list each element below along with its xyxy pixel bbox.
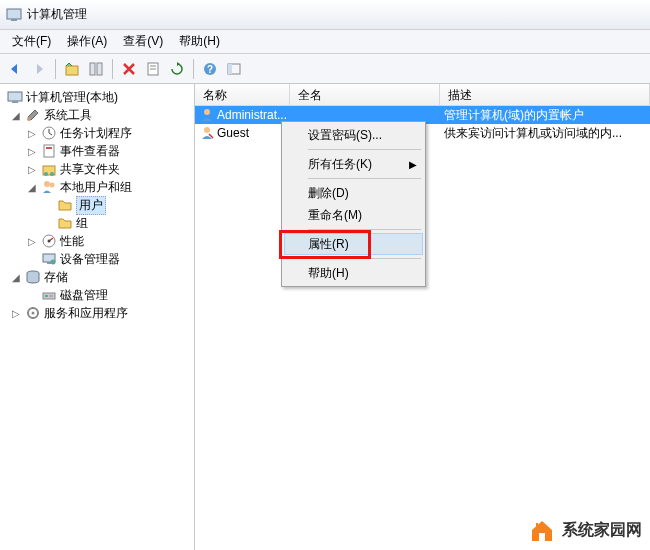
svg-point-19 — [44, 172, 48, 176]
event-icon — [41, 143, 57, 159]
svg-rect-13 — [12, 101, 18, 103]
ctx-delete[interactable]: 删除(D) — [284, 182, 423, 204]
tools-icon — [25, 107, 41, 123]
svg-rect-3 — [90, 63, 95, 75]
tree-storage[interactable]: ◢ 存储 — [0, 268, 194, 286]
cell-desc: 管理计算机(域)的内置帐户 — [440, 107, 650, 124]
tree-root[interactable]: 计算机管理(本地) — [0, 88, 194, 106]
toolbar-separator — [193, 59, 194, 79]
up-button[interactable] — [61, 58, 83, 80]
expand-icon[interactable]: ▷ — [10, 308, 22, 319]
ctx-properties[interactable]: 属性(R) — [284, 233, 423, 255]
tree-label: 组 — [76, 215, 88, 232]
tree-diskmgmt[interactable]: 磁盘管理 — [0, 286, 194, 304]
tree-eventviewer[interactable]: ▷ 事件查看器 — [0, 142, 194, 160]
computer-icon — [7, 89, 23, 105]
tree-label: 存储 — [44, 269, 68, 286]
svg-point-27 — [51, 260, 56, 265]
watermark-text: 系统家园网 — [562, 520, 642, 541]
window-title: 计算机管理 — [27, 6, 87, 23]
collapse-icon[interactable]: ◢ — [26, 182, 38, 193]
tree-label: 用户 — [76, 196, 106, 215]
tree-localusers[interactable]: ◢ 本地用户和组 — [0, 178, 194, 196]
ctx-rename[interactable]: 重命名(M) — [284, 204, 423, 226]
toolbar-separator — [55, 59, 56, 79]
export-button[interactable] — [142, 58, 164, 80]
svg-rect-36 — [539, 533, 545, 541]
svg-rect-1 — [11, 19, 17, 21]
ctx-help[interactable]: 帮助(H) — [284, 262, 423, 284]
tree-label: 设备管理器 — [60, 251, 120, 268]
folder-icon — [57, 215, 73, 231]
collapse-icon[interactable]: ◢ — [10, 272, 22, 283]
storage-icon — [25, 269, 41, 285]
delete-button[interactable] — [118, 58, 140, 80]
cell-desc: 供来宾访问计算机或访问域的内... — [440, 125, 650, 142]
tree-label: 磁盘管理 — [60, 287, 108, 304]
disk-icon — [41, 287, 57, 303]
svg-rect-4 — [97, 63, 102, 75]
cell-name: Administrat... — [217, 108, 287, 122]
svg-rect-26 — [47, 262, 51, 264]
svg-point-35 — [204, 127, 210, 133]
expand-icon[interactable]: ▷ — [26, 146, 38, 157]
svg-point-22 — [50, 183, 55, 188]
svg-rect-16 — [44, 145, 54, 157]
tree-label: 任务计划程序 — [60, 125, 132, 142]
header-fullname[interactable]: 全名 — [290, 84, 440, 105]
svg-rect-30 — [45, 295, 48, 297]
performance-icon — [41, 233, 57, 249]
tree-label: 计算机管理(本地) — [26, 89, 118, 106]
svg-point-14 — [27, 117, 31, 121]
context-menu: 设置密码(S)... 所有任务(K)▶ 删除(D) 重命名(M) 属性(R) 帮… — [281, 121, 426, 287]
svg-rect-2 — [66, 66, 78, 75]
tree-services[interactable]: ▷ 服务和应用程序 — [0, 304, 194, 322]
user-icon — [199, 107, 215, 123]
toolbar-separator — [112, 59, 113, 79]
ctx-separator — [308, 178, 421, 179]
header-name[interactable]: 名称 — [195, 84, 290, 105]
menu-action[interactable]: 操作(A) — [59, 30, 115, 53]
svg-rect-17 — [46, 147, 52, 149]
clock-icon — [41, 125, 57, 141]
menu-view[interactable]: 查看(V) — [115, 30, 171, 53]
tree-label: 共享文件夹 — [60, 161, 120, 178]
expand-icon[interactable]: ▷ — [26, 128, 38, 139]
tree-label: 系统工具 — [44, 107, 92, 124]
tree-pane: 计算机管理(本地) ◢ 系统工具 ▷ 任务计划程序 ▷ 事件查看器 ▷ 共享文件… — [0, 84, 195, 550]
back-button[interactable] — [4, 58, 26, 80]
tree-scheduler[interactable]: ▷ 任务计划程序 — [0, 124, 194, 142]
ctx-separator — [308, 258, 421, 259]
house-icon — [528, 516, 556, 544]
menu-help[interactable]: 帮助(H) — [171, 30, 228, 53]
forward-button[interactable] — [28, 58, 50, 80]
tree-systemtools[interactable]: ◢ 系统工具 — [0, 106, 194, 124]
refresh-button[interactable] — [166, 58, 188, 80]
watermark: 系统家园网 — [528, 516, 642, 544]
expand-icon[interactable]: ▷ — [26, 236, 38, 247]
tree-users[interactable]: 用户 — [0, 196, 194, 214]
tree-label: 本地用户和组 — [60, 179, 132, 196]
help-button[interactable]: ? — [199, 58, 221, 80]
expand-icon[interactable]: ▷ — [26, 164, 38, 175]
tree-groups[interactable]: 组 — [0, 214, 194, 232]
tree-sharedfolders[interactable]: ▷ 共享文件夹 — [0, 160, 194, 178]
list-header: 名称 全名 描述 — [195, 84, 650, 106]
properties-button[interactable] — [85, 58, 107, 80]
ctx-separator — [308, 229, 421, 230]
ctx-all-tasks[interactable]: 所有任务(K)▶ — [284, 153, 423, 175]
tree-devicemanager[interactable]: 设备管理器 — [0, 250, 194, 268]
app-icon — [6, 7, 22, 23]
shared-folder-icon — [41, 161, 57, 177]
svg-point-33 — [32, 312, 35, 315]
collapse-icon[interactable]: ◢ — [10, 110, 22, 121]
tree-performance[interactable]: ▷ 性能 — [0, 232, 194, 250]
menu-file[interactable]: 文件(F) — [4, 30, 59, 53]
submenu-arrow-icon: ▶ — [409, 159, 417, 170]
cell-name: Guest — [217, 126, 249, 140]
svg-rect-11 — [228, 64, 232, 74]
svg-rect-31 — [49, 295, 53, 297]
ctx-set-password[interactable]: 设置密码(S)... — [284, 124, 423, 146]
show-hide-button[interactable] — [223, 58, 245, 80]
header-description[interactable]: 描述 — [440, 84, 650, 105]
